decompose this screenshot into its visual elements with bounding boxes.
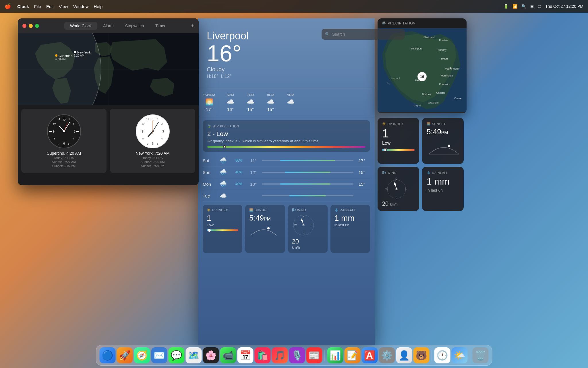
- search-input[interactable]: [332, 32, 401, 37]
- dock-calendar[interactable]: 📅: [237, 347, 254, 363]
- svg-text:4: 4: [161, 137, 163, 140]
- cupertino-info: Cupertino, 4:20 AM Today, -8 HRS Sunrise…: [47, 151, 81, 168]
- dock-itunes[interactable]: 🛍️: [255, 347, 271, 363]
- wind-title: 🌬️ WIND: [382, 171, 415, 175]
- tab-timer[interactable]: Timer: [150, 22, 171, 30]
- svg-point-23: [63, 131, 65, 132]
- rainfall-title: 💧 RAINFALL: [427, 171, 459, 175]
- hourly-item-0: 5:49PM 🌅 17°: [198, 91, 220, 114]
- rainfall-small-widget: 💧 RAINFALL 1 mm in last 6h: [422, 167, 464, 211]
- newyork-dot: [74, 51, 76, 53]
- rainfall-widget: 💧 RAINFALL 1 mm in last 6h: [330, 205, 370, 253]
- dock-photos[interactable]: 🌸: [203, 347, 219, 363]
- dock-numbers[interactable]: 📊: [327, 347, 343, 363]
- svg-text:Blackpool: Blackpool: [423, 36, 435, 39]
- dock-appstore[interactable]: 🅰️: [362, 347, 378, 363]
- tab-world-clock[interactable]: World Clock: [64, 22, 97, 30]
- sunset-arc: [249, 223, 278, 237]
- svg-text:Manchester: Manchester: [445, 67, 460, 70]
- rainfall-amount: 1 mm: [427, 176, 459, 187]
- dock-safari[interactable]: 🧭: [134, 347, 150, 363]
- dock-pages[interactable]: 📝: [345, 347, 361, 363]
- hourly-item-1: 6PM ☁️ 16°: [220, 91, 240, 114]
- uv-sub: Low: [207, 223, 238, 227]
- svg-point-40: [152, 131, 154, 132]
- svg-text:Malpas: Malpas: [413, 104, 421, 107]
- svg-text:12: 12: [62, 118, 66, 122]
- svg-text:1: 1: [157, 118, 158, 120]
- svg-text:8: 8: [142, 137, 144, 140]
- weather-search-bar[interactable]: 🔍: [322, 29, 405, 40]
- app-name[interactable]: Clock: [17, 4, 29, 9]
- dock-clock[interactable]: 🕐: [434, 347, 450, 363]
- weather-panel: Liverpool 16° Cloudy H:18° L:12° 5:49PM …: [198, 18, 375, 345]
- weather-temperature: 16°: [207, 42, 366, 65]
- dock-trash[interactable]: 🗑️: [473, 347, 489, 363]
- svg-marker-79: [394, 182, 396, 185]
- air-title: 🍃 AIR POLLUTION: [207, 124, 365, 128]
- menubar-left: 🍎 Clock File Edit View Window Help: [5, 3, 102, 9]
- dock-news[interactable]: 📰: [306, 347, 322, 363]
- menu-help[interactable]: Help: [94, 4, 103, 9]
- sunset-title: 🌅 SUNSET: [427, 122, 459, 126]
- control-center-icon[interactable]: ⊞: [530, 4, 534, 9]
- dock-separator-3: [470, 350, 470, 361]
- daily-row-sat: Sat 🌧️ 80% 11° 17°: [203, 155, 370, 166]
- sunset-widget: 🌅 SUNSET 5:49PM: [245, 205, 285, 253]
- city-newyork: New York 7:20 AM: [74, 50, 90, 57]
- svg-text:2: 2: [72, 122, 74, 125]
- uv-bar: [207, 229, 238, 231]
- dock-bear[interactable]: 🐻: [413, 347, 430, 363]
- weather-condition: Cloudy: [207, 66, 366, 73]
- traffic-lights: [22, 24, 39, 28]
- svg-text:Crewe: Crewe: [454, 97, 462, 100]
- air-description: Air quality index is 2, which is similar…: [207, 139, 365, 143]
- menu-window[interactable]: Window: [73, 4, 88, 9]
- dock-launchpad[interactable]: 🚀: [117, 347, 133, 363]
- sunset-value: 5:49PM: [249, 214, 281, 223]
- dock-finder[interactable]: 🔵: [100, 347, 116, 363]
- dock-facetime[interactable]: 📹: [220, 347, 236, 363]
- svg-text:1: 1: [68, 118, 70, 120]
- svg-text:N: N: [302, 215, 304, 218]
- add-clock-button[interactable]: +: [191, 23, 194, 29]
- tab-alarm[interactable]: Alarm: [97, 22, 119, 30]
- sunset-small-widget: 🌅 SUNSET 5:49PM: [422, 118, 464, 164]
- precipitation-header: 🌧️ PRECIPITATION: [378, 18, 467, 28]
- svg-text:3: 3: [162, 130, 164, 133]
- clock-card-cupertino: 12 3 6 9 1 2 4 5 7 8 10 11: [21, 109, 107, 173]
- svg-text:S: S: [396, 197, 398, 199]
- close-button[interactable]: [22, 24, 26, 28]
- svg-text:5: 5: [68, 142, 69, 145]
- clock-window: World Clock Alarm Stopwatch Timer +: [18, 18, 199, 185]
- air-bar-marker: [223, 145, 226, 148]
- menu-file[interactable]: File: [34, 4, 41, 9]
- menu-edit[interactable]: Edit: [46, 4, 54, 9]
- dock-contacts[interactable]: 👤: [396, 347, 412, 363]
- menu-view[interactable]: View: [59, 4, 68, 9]
- svg-text:Chester: Chester: [436, 91, 445, 94]
- svg-text:10: 10: [141, 122, 144, 125]
- dock-systemprefs[interactable]: ⚙️: [379, 347, 395, 363]
- weather-widgets-row: ☀️ UV INDEX 1 Low 🌅 SUNSET 5:49PM: [198, 202, 375, 256]
- dock-weather[interactable]: 🌤️: [452, 347, 468, 363]
- minimize-button[interactable]: [29, 24, 33, 28]
- svg-text:9: 9: [53, 130, 55, 133]
- dock-podcasts[interactable]: 🎙️: [289, 347, 305, 363]
- dock-mail[interactable]: ✉️: [151, 347, 167, 363]
- apple-menu[interactable]: 🍎: [5, 3, 11, 9]
- search-icon[interactable]: 🔍: [521, 4, 526, 9]
- svg-text:16: 16: [420, 74, 424, 79]
- siri-icon[interactable]: ◎: [538, 4, 541, 9]
- svg-text:3: 3: [74, 130, 75, 133]
- svg-text:E: E: [310, 224, 312, 227]
- tab-stopwatch[interactable]: Stopwatch: [119, 22, 150, 30]
- dock-music[interactable]: 🎵: [272, 347, 288, 363]
- battery-icon: 🔋: [504, 4, 508, 9]
- dock-messages[interactable]: 💬: [169, 347, 185, 363]
- wind-small-widget: 🌬️ WIND N E S W 20 km/h: [378, 167, 419, 211]
- svg-marker-49: [301, 219, 303, 221]
- dock-maps[interactable]: 🗺️: [186, 347, 202, 363]
- maximize-button[interactable]: [35, 24, 39, 28]
- svg-text:N: N: [395, 178, 398, 181]
